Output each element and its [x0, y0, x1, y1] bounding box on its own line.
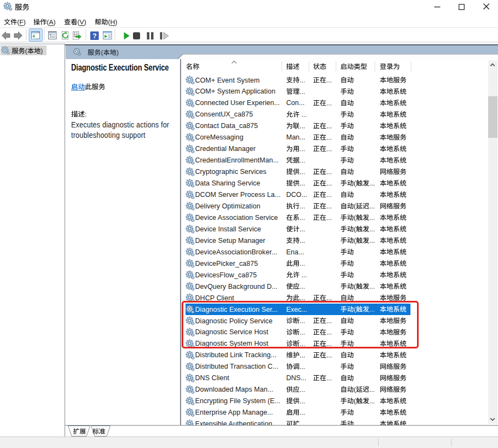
svg-text:?: ?: [92, 32, 97, 40]
